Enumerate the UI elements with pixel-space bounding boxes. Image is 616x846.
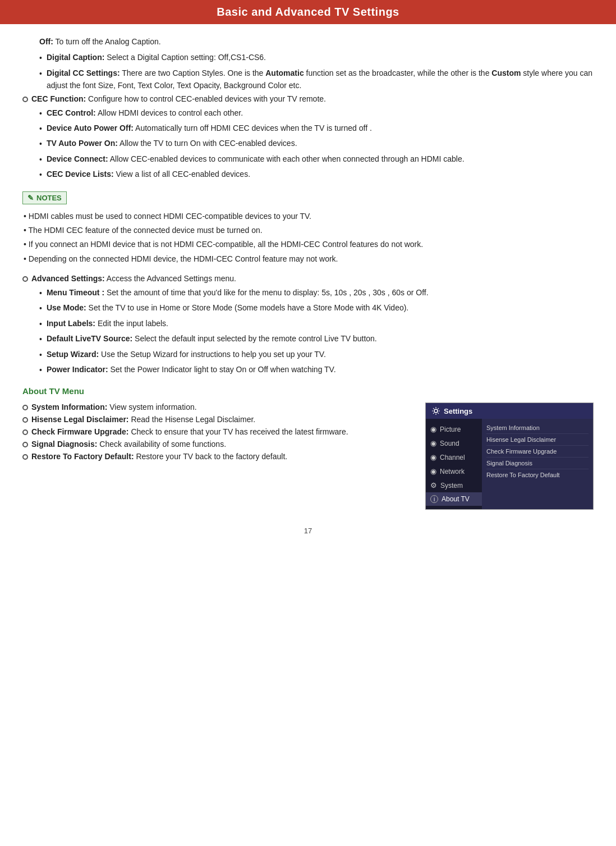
off-bold: Off: — [39, 37, 53, 46]
bullet-dot: • — [39, 67, 42, 80]
bullet-dot: • — [39, 318, 42, 330]
advanced-sub-bullets: • Menu Timeout : Set the amount of time … — [22, 286, 594, 376]
tv-auto-power-on-item: • TV Auto Power On: Allow the TV to turn… — [39, 137, 594, 150]
digital-cc-text: Digital CC Settings: There are two Capti… — [47, 67, 594, 92]
note-4: • Depending on the connected HDMI device… — [22, 253, 594, 265]
check-firmware-item: Check Firmware Upgrade: Check to ensure … — [22, 427, 408, 436]
page-number: 17 — [22, 527, 594, 535]
circle-icon — [22, 97, 28, 102]
circle-icon — [22, 417, 28, 423]
tv-sidebar-network[interactable]: ◉ Network — [426, 464, 482, 478]
bullet-dot: • — [39, 153, 42, 166]
system-info-item: System Information: View system informat… — [22, 403, 408, 411]
cec-device-lists-item: • CEC Device Lists: View a list of all C… — [39, 168, 594, 181]
tv-menu-screenshot: Settings ◉ Picture ◉ Sound ◉ Chann — [425, 403, 594, 510]
channel-label: Channel — [440, 454, 465, 461]
bullet-dot: • — [39, 302, 42, 314]
bullet-dot: • — [39, 349, 42, 361]
digital-caption-text: Digital Caption: Select a Digital Captio… — [47, 51, 266, 63]
bullet-dot: • — [39, 333, 42, 345]
tv-settings-title: Settings — [444, 407, 472, 415]
tv-settings-title-bar: Settings — [426, 403, 593, 419]
cec-function-section: CEC Function: Configure how to control C… — [22, 94, 594, 103]
svg-point-0 — [434, 409, 438, 413]
tv-sidebar-sound[interactable]: ◉ Sound — [426, 436, 482, 450]
note-2: • The HDMI CEC feature of the connected … — [22, 224, 594, 236]
notes-icon: ✎ — [27, 194, 34, 202]
tv-right-hisense-legal[interactable]: Hisense Legal Disclaimer — [486, 434, 589, 446]
restore-factory-item: Restore To Factory Default: Restore your… — [22, 452, 408, 461]
input-labels-item: • Input Labels: Edit the input labels. — [39, 317, 594, 330]
picture-icon: ◉ — [430, 425, 436, 433]
channel-icon: ◉ — [430, 453, 436, 461]
tv-right-check-firmware[interactable]: Check Firmware Upgrade — [486, 446, 589, 458]
network-icon: ◉ — [430, 467, 436, 475]
bullet-dot: • — [39, 364, 42, 376]
circle-icon — [22, 276, 28, 282]
page-header: Basic and Advanced TV Settings — [0, 0, 616, 24]
tv-sidebar-system[interactable]: ⚙ System — [426, 478, 482, 492]
advanced-settings-text: Advanced Settings: Access the Advanced S… — [31, 274, 236, 283]
advanced-settings-section: Advanced Settings: Access the Advanced S… — [22, 274, 594, 283]
tv-right-restore-factory[interactable]: Restore To Factory Default — [486, 469, 589, 481]
device-auto-power-off-item: • Device Auto Power Off: Automatically t… — [39, 122, 594, 135]
sound-label: Sound — [440, 440, 459, 447]
about-tv-icon: i — [430, 495, 438, 503]
menu-timeout-item: • Menu Timeout : Set the amount of time … — [39, 286, 594, 299]
tv-sidebar: ◉ Picture ◉ Sound ◉ Channel ◉ Network — [426, 419, 482, 509]
circle-icon — [22, 442, 28, 447]
default-livetv-item: • Default LiveTV Source: Select the defa… — [39, 332, 594, 345]
settings-gear-icon — [431, 406, 440, 415]
use-mode-item: • Use Mode: Set the TV to use in Home or… — [39, 301, 594, 314]
bullet-dot: • — [39, 52, 42, 64]
cec-sub-bullets: • CEC Control: Allow HDMI devices to con… — [22, 107, 594, 181]
header-title: Basic and Advanced TV Settings — [217, 6, 399, 18]
bullet-dot: • — [39, 287, 42, 299]
tv-sidebar-picture[interactable]: ◉ Picture — [426, 422, 482, 436]
bullet-dot: • — [39, 138, 42, 150]
note-1: • HDMI cables must be used to connect HD… — [22, 210, 594, 222]
setup-wizard-item: • Setup Wizard: Use the Setup Wizard for… — [39, 348, 594, 361]
device-connect-item: • Device Connect: Allow CEC-enabled devi… — [39, 153, 594, 166]
bullet-dot: • — [39, 107, 42, 120]
tv-right-panel: System Information Hisense Legal Disclai… — [482, 419, 593, 509]
about-tv-section: System Information: View system informat… — [22, 403, 594, 510]
hisense-legal-item: Hisense Legal Disclaimer: Read the Hisen… — [22, 415, 408, 424]
notes-label: NOTES — [36, 194, 62, 202]
cec-function-text: CEC Function: Configure how to control C… — [31, 94, 326, 103]
circle-icon — [22, 429, 28, 435]
signal-diagnosis-item: Signal Diagnosis: Check availability of … — [22, 440, 408, 449]
digital-cc-item: • Digital CC Settings: There are two Cap… — [22, 67, 594, 92]
power-indicator-item: • Power Indicator: Set the Power Indicat… — [39, 363, 594, 376]
notes-box: ✎ NOTES — [22, 191, 67, 204]
picture-label: Picture — [440, 426, 461, 433]
page-content: Off: To turn off the Analog Caption. • D… — [0, 24, 616, 557]
about-tv-label: About TV — [442, 495, 470, 503]
note-3: • If you connect an HDMI device that is … — [22, 238, 594, 250]
off-line: Off: To turn off the Analog Caption. — [22, 35, 594, 48]
tv-sidebar-about-tv[interactable]: i About TV — [426, 492, 482, 506]
circle-icon — [22, 405, 28, 410]
network-label: Network — [440, 468, 465, 475]
circle-icon — [22, 454, 28, 460]
digital-caption-item: • Digital Caption: Select a Digital Capt… — [22, 51, 594, 64]
bullet-dot: • — [39, 122, 42, 135]
about-tv-menu-heading: About TV Menu — [22, 386, 594, 396]
cec-control-item: • CEC Control: Allow HDMI devices to con… — [39, 107, 594, 120]
about-tv-text: System Information: View system informat… — [22, 403, 408, 510]
bullet-dot: • — [39, 168, 42, 181]
system-label: System — [440, 482, 463, 490]
tv-sidebar-channel[interactable]: ◉ Channel — [426, 450, 482, 464]
tv-right-system-information[interactable]: System Information — [486, 422, 589, 434]
system-icon: ⚙ — [430, 481, 437, 490]
tv-right-signal-diagnosis[interactable]: Signal Diagnosis — [486, 458, 589, 469]
tv-menu-body: ◉ Picture ◉ Sound ◉ Channel ◉ Network — [426, 419, 593, 509]
sound-icon: ◉ — [430, 439, 436, 447]
